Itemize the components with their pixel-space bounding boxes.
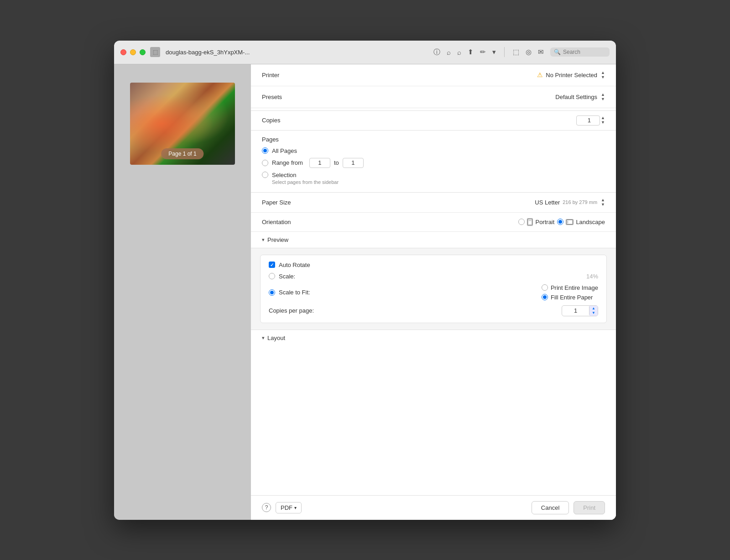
preview-section-header[interactable]: ▾ Preview <box>251 232 616 248</box>
paper-size-value: US Letter <box>535 199 560 206</box>
copies-input-wrap: ▲ ▼ <box>576 115 605 126</box>
printer-value: No Printer Selected <box>546 72 597 79</box>
range-radio[interactable] <box>262 160 268 166</box>
toolbar: ⓘ ⌕ ⌕ ⬆ ✏ ▾ ⬚ ◎ ✉ 🔍 Search <box>433 47 610 57</box>
preview-chevron-icon: ▾ <box>262 237 265 243</box>
selection-radio[interactable] <box>262 172 268 178</box>
page-preview: Page 1 of 1 <box>130 83 235 165</box>
portrait-radio[interactable] <box>518 219 525 225</box>
range-inputs: to <box>309 158 364 168</box>
all-pages-radio[interactable] <box>262 147 268 154</box>
copies-per-page-row: Copies per page: 1 ▲ ▼ <box>269 305 598 317</box>
warning-icon: ⚠ <box>537 71 543 79</box>
layout-section-header[interactable]: ▾ Layout <box>251 330 616 346</box>
scale-row: Scale: 14% <box>269 273 598 280</box>
markup-icon[interactable]: ◎ <box>526 48 532 56</box>
auto-rotate-checkbox[interactable] <box>269 262 275 268</box>
presets-stepper[interactable]: ▲ ▼ <box>601 93 605 101</box>
range-to-label: to <box>334 159 339 166</box>
orientation-label: Orientation <box>262 219 317 225</box>
portrait-label: Portrait <box>535 219 554 225</box>
mail-icon[interactable]: ✉ <box>538 48 544 56</box>
range-from-label: Range from <box>272 159 303 166</box>
layout-section-label: Layout <box>267 335 285 341</box>
paper-size-value-group: US Letter 216 by 279 mm ▲ ▼ <box>535 198 605 207</box>
search-label: Search <box>563 49 580 55</box>
fill-entire-option[interactable]: Fill Entire Paper <box>542 294 598 301</box>
search-icon: 🔍 <box>554 49 561 55</box>
printer-value-group: ⚠ No Printer Selected ▲ ▼ <box>537 71 605 79</box>
copies-per-page-arrows[interactable]: ▲ ▼ <box>589 306 598 316</box>
print-button[interactable]: Print <box>574 501 605 514</box>
copies-row: Copies ▲ ▼ <box>262 115 605 126</box>
copies-input[interactable] <box>576 115 600 126</box>
presets-label: Presets <box>262 94 321 100</box>
search-bar[interactable]: 🔍 Search <box>550 47 610 57</box>
landscape-label: Landscape <box>576 219 605 225</box>
zoom-out-icon[interactable]: ⌕ <box>447 48 451 56</box>
copies-label: Copies <box>262 117 280 124</box>
fill-entire-radio[interactable] <box>542 294 548 300</box>
zoom-in-icon[interactable]: ⌕ <box>457 48 461 56</box>
copies-per-page-label: Copies per page: <box>269 307 314 314</box>
range-row: Range from to <box>262 158 605 168</box>
fill-entire-label: Fill Entire Paper <box>551 294 593 301</box>
landscape-option[interactable]: Landscape <box>557 219 605 225</box>
annotate-icon[interactable]: ✏ <box>480 48 486 56</box>
minimize-button[interactable] <box>130 49 136 55</box>
paper-size-stepper[interactable]: ▲ ▼ <box>601 198 605 207</box>
all-pages-row: All Pages <box>262 147 605 154</box>
print-window: ⬚ douglas-bagg-ekS_3hYxpXM-... ⓘ ⌕ ⌕ ⬆ ✏… <box>114 41 616 520</box>
selection-label: Selection <box>272 172 296 178</box>
pages-title: Pages <box>262 136 605 143</box>
presets-value: Default Settings <box>555 94 597 100</box>
range-to-input[interactable] <box>343 158 364 168</box>
scale-to-fit-radio[interactable] <box>269 289 275 296</box>
toolbar-divider <box>504 47 505 57</box>
settings-scroll[interactable]: Printer ⚠ No Printer Selected ▲ ▼ Preset… <box>251 64 616 495</box>
scale-to-fit-options: Print Entire Image Fill Entire Paper <box>542 284 598 301</box>
pdf-label: PDF <box>281 504 292 511</box>
settings-panel: Printer ⚠ No Printer Selected ▲ ▼ Preset… <box>251 64 616 520</box>
help-button[interactable]: ? <box>262 503 271 512</box>
printer-stepper[interactable]: ▲ ▼ <box>601 71 605 79</box>
copies-section: Copies ▲ ▼ <box>251 111 616 131</box>
maximize-button[interactable] <box>140 49 146 55</box>
window-title: douglas-bagg-ekS_3hYxpXM-... <box>166 49 429 56</box>
window-body: Page 1 of 1 Printer ⚠ No Printer Selecte… <box>114 64 616 520</box>
portrait-icon <box>527 218 533 226</box>
copies-stepper[interactable]: ▲ ▼ <box>601 116 605 125</box>
paper-size-detail: 216 by 279 mm <box>563 199 597 205</box>
copies-per-page-value: 1 <box>562 306 589 315</box>
scale-to-fit-label: Scale to Fit: <box>279 289 310 296</box>
portrait-option[interactable]: Portrait <box>518 218 554 226</box>
landscape-icon <box>566 219 574 225</box>
help-label: ? <box>265 504 268 511</box>
close-button[interactable] <box>120 49 126 55</box>
traffic-lights <box>120 49 146 55</box>
auto-rotate-label: Auto Rotate <box>279 262 310 268</box>
info-icon[interactable]: ⓘ <box>433 48 440 57</box>
landscape-radio[interactable] <box>557 219 563 225</box>
pdf-dropdown[interactable]: PDF ▾ <box>276 502 302 513</box>
copies-per-page-stepper[interactable]: 1 ▲ ▼ <box>562 305 598 317</box>
paper-size-label: Paper Size <box>262 199 317 206</box>
preview-inner: Auto Rotate Scale: 14% Scale to Fit: <box>260 255 607 324</box>
scale-radio[interactable] <box>269 273 275 279</box>
scale-value: 14% <box>586 273 598 280</box>
svg-rect-2 <box>567 220 573 224</box>
presets-row: Presets Default Settings ▲ ▼ <box>251 86 616 108</box>
range-from-input[interactable] <box>309 158 330 168</box>
scale-to-fit-row: Scale to Fit: Print Entire Image Fill En… <box>269 284 598 301</box>
settings-footer: ? PDF ▾ Cancel Print <box>251 495 616 520</box>
sidebar-icon[interactable]: ⬚ <box>513 48 519 56</box>
all-pages-label: All Pages <box>272 147 297 154</box>
share-icon[interactable]: ⬆ <box>468 48 474 56</box>
preview-panel: Page 1 of 1 <box>114 64 251 520</box>
print-entire-radio[interactable] <box>542 284 548 291</box>
more-icon[interactable]: ▾ <box>492 48 496 56</box>
orientation-options: Portrait Landscape <box>518 218 605 226</box>
print-entire-label: Print Entire Image <box>551 284 598 291</box>
print-entire-option[interactable]: Print Entire Image <box>542 284 598 291</box>
cancel-button[interactable]: Cancel <box>532 501 569 514</box>
